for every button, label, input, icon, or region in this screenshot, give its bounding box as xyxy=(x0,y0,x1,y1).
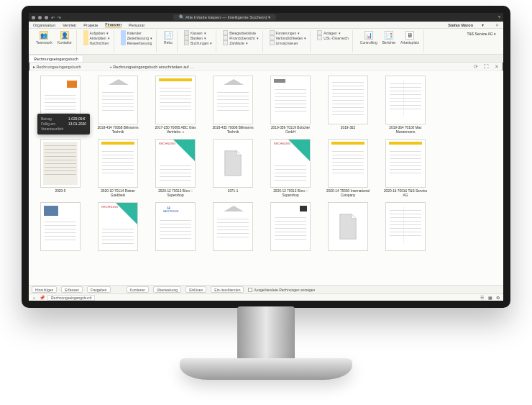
user-dropdown-icon[interactable]: ▾ xyxy=(482,23,484,27)
ribbon-umsatzsteuer-label: Umsatzsteuer xyxy=(276,41,298,45)
menu-vertrieb[interactable]: Vertrieb xyxy=(63,23,76,27)
btn-einausblenden[interactable]: Ein-/ausblenden xyxy=(211,286,244,293)
document-card[interactable]: 2018-434 70068 Billmanns Technik xyxy=(93,76,142,136)
company-selector[interactable]: T&S Service AG ▾ xyxy=(462,30,500,53)
search-icon: 🔍 xyxy=(179,14,184,20)
ribbon-controlling[interactable]: 📊Controlling xyxy=(359,30,379,45)
document-caption: 2019-362 xyxy=(341,126,355,136)
settings-icon[interactable]: ⚙ xyxy=(495,295,500,300)
list-view-icon[interactable]: ☰ xyxy=(480,295,485,300)
document-card[interactable]: 2019-359 70119 Böttcher GmbH xyxy=(266,76,315,136)
ribbon-ust-at[interactable]: USt.-Österreich xyxy=(316,35,349,40)
window-control-close[interactable] xyxy=(32,16,35,19)
ribbon-buchungen[interactable]: Buchungen ▾ xyxy=(183,40,213,45)
document-card[interactable]: 2019-364 70100 Max Mustermann xyxy=(381,76,430,136)
ribbon-teamwork[interactable]: 👥Teamwork xyxy=(35,30,54,45)
document-gallery: 2017-207 70069 Nicolai Berhausen2018-434… xyxy=(29,71,503,285)
document-card[interactable]: 2020-14 75550 International Company xyxy=(324,139,372,199)
ribbon-kontakte[interactable]: 👤Kontakte xyxy=(56,30,73,45)
document-card[interactable]: 1971-1 xyxy=(208,139,257,199)
document-caption: 1971-1 xyxy=(228,189,239,199)
btn-ueberweisung[interactable]: Überweisung xyxy=(153,286,181,293)
ribbon-nachrichten-label: Nachrichten xyxy=(90,41,109,45)
ribbon-berichte[interactable]: 📑Berichte xyxy=(381,30,397,45)
ribbon-kassen[interactable]: Kassen ▾ xyxy=(183,30,213,35)
ribbon-anlagen-label: Anlagen xyxy=(324,31,336,35)
btn-hinzufuegen[interactable]: Hinzufügen xyxy=(32,286,57,293)
document-card[interactable]: 2020-16 70016 T&S Service AG xyxy=(381,139,430,199)
ribbon-reko[interactable]: 📄Reko xyxy=(162,30,174,45)
ribbon-banken[interactable]: Banken ▾ xyxy=(183,35,213,40)
close-view-icon[interactable]: ✕ xyxy=(495,64,499,70)
workplace-icon: 🖥 xyxy=(405,31,414,40)
document-card[interactable]: 2017-250 70095 ABC Glas Vertriebs- + xyxy=(151,76,200,136)
global-search[interactable]: 🔍 Alle Inhalte kiepen — Intelligente Suc… xyxy=(173,14,276,20)
current-user[interactable]: Stefan Maron xyxy=(448,23,473,27)
controlling-icon: 📊 xyxy=(364,31,373,40)
document-card[interactable]: RECHNUNG xyxy=(93,202,142,263)
ribbon-aufgaben[interactable]: Aufgaben ▾ xyxy=(83,30,111,35)
ribbon-zahlaeufe[interactable]: Zahlläufe ▾ xyxy=(222,40,259,45)
ribbon-reko-label: Reko xyxy=(164,40,173,45)
menu-projekte[interactable]: Projekte xyxy=(83,23,98,27)
btn-kontieren[interactable]: Kontieren xyxy=(127,286,149,293)
document-card[interactable]: HHAUSTECHNIK xyxy=(151,202,200,263)
maximize-icon[interactable]: ⛶ xyxy=(484,64,489,70)
document-card[interactable] xyxy=(266,202,315,263)
ribbon-anlagen[interactable]: Anlagen ▾ xyxy=(316,30,349,35)
pin-icon[interactable]: 📌 xyxy=(40,295,45,300)
status-bar: ⌂ 📌 Rechnungseingangsbuch ☰ ▦ ⚙ xyxy=(29,293,503,301)
window-close-icon[interactable]: ✕ xyxy=(495,23,499,27)
document-caption: 2017-250 70095 ABC Glas Vertriebs- + xyxy=(151,126,200,136)
breadcrumb-label: Rechnungseingangsbuch xyxy=(37,65,81,69)
ribbon-belegarbeitsliste[interactable]: Belegarbeitsliste xyxy=(222,30,259,35)
ribbon-buchungen-label: Buchungen xyxy=(191,41,208,45)
ribbon: 👥Teamwork 👤Kontakte Aufgaben ▾ Aktivität… xyxy=(29,29,503,55)
document-card[interactable]: 2019-362 xyxy=(324,76,372,136)
ribbon-verbindlichkeiten[interactable]: Verbindlichkeiten ▾ xyxy=(269,35,308,40)
grid-view-icon[interactable]: ▦ xyxy=(487,295,492,300)
window-control-min[interactable] xyxy=(38,16,42,19)
document-card[interactable]: 2020-9 xyxy=(36,139,85,199)
undo-icon[interactable]: ↶ xyxy=(51,15,55,20)
menu-organisation[interactable]: Organisation xyxy=(33,23,55,27)
menu-personal[interactable]: Personal xyxy=(129,23,145,27)
help-icon[interactable]: ? xyxy=(498,15,500,19)
filter-button[interactable]: + Rechnungseingangsbuch einschränken auf… xyxy=(110,65,194,69)
ribbon-nachrichten[interactable]: Nachrichten xyxy=(83,40,111,45)
status-tab[interactable]: Rechnungseingangsbuch xyxy=(47,295,95,301)
document-card[interactable] xyxy=(36,202,85,263)
menu-finanzen[interactable]: Finanzen xyxy=(105,22,121,27)
document-card[interactable] xyxy=(208,202,257,263)
tab-rechnungseingangsbuch[interactable]: Rechnungseingangsbuch xyxy=(29,55,83,62)
global-search-text: Alle Inhalte kiepen — Intelligente Suche… xyxy=(185,14,267,20)
ribbon-zeiterfassung[interactable]: Zeiterfassung ▾ xyxy=(120,35,153,40)
ribbon-aktivitaeten[interactable]: Aktivitäten ▾ xyxy=(83,35,111,40)
ribbon-reiseerfassung[interactable]: Reiseerfassung xyxy=(120,40,153,45)
chk-ausgeblendete[interactable]: Ausgeblendete Rechnungen anzeigen xyxy=(248,288,315,292)
document-card[interactable] xyxy=(324,202,372,263)
redo-icon[interactable]: ↷ xyxy=(58,15,61,20)
ribbon-finanzuebersicht[interactable]: Finanzübersicht ▾ xyxy=(222,35,259,40)
ribbon-aufgaben-label: Aufgaben xyxy=(90,31,105,35)
tooltip-key-resp: Verantwortlich xyxy=(41,127,68,132)
btn-einloesen[interactable]: Einlösen xyxy=(185,286,206,293)
home-icon[interactable]: ⌂ xyxy=(32,295,37,300)
ribbon-belegarbeitsliste-label: Belegarbeitsliste xyxy=(229,31,256,35)
main-menu: Organisation Vertrieb Projekte Finanzen … xyxy=(29,22,503,29)
document-card[interactable]: RECHNUNG2020-13 70013 Büro – Supershop xyxy=(266,139,315,199)
document-card[interactable] xyxy=(381,202,430,263)
vat-icon xyxy=(270,40,275,45)
document-card[interactable]: 2018-435 70008 Billmanns Technik xyxy=(208,76,257,136)
window-control-max[interactable] xyxy=(45,16,48,19)
breadcrumb[interactable]: ▸ Rechnungseingangsbuch xyxy=(33,65,81,69)
btn-erfassen[interactable]: Erfassen xyxy=(61,286,83,293)
refresh-icon[interactable]: ⟳ xyxy=(474,64,478,70)
ribbon-umsatzsteuer[interactable]: Umsatzsteuer xyxy=(269,40,308,45)
btn-freigeben[interactable]: Freigeben xyxy=(87,286,111,293)
ribbon-forderungen[interactable]: Forderungen ▾ xyxy=(269,30,308,35)
document-card[interactable]: 2020-10 70114 Rainer Goebbels xyxy=(93,139,142,199)
document-card[interactable]: RECHNUNG2020-12 70013 Büro – Supershop xyxy=(151,139,200,199)
ribbon-arbeitsplatz[interactable]: 🖥Arbeitsplatz xyxy=(399,30,421,45)
ribbon-kalender[interactable]: Kalender xyxy=(120,30,153,35)
